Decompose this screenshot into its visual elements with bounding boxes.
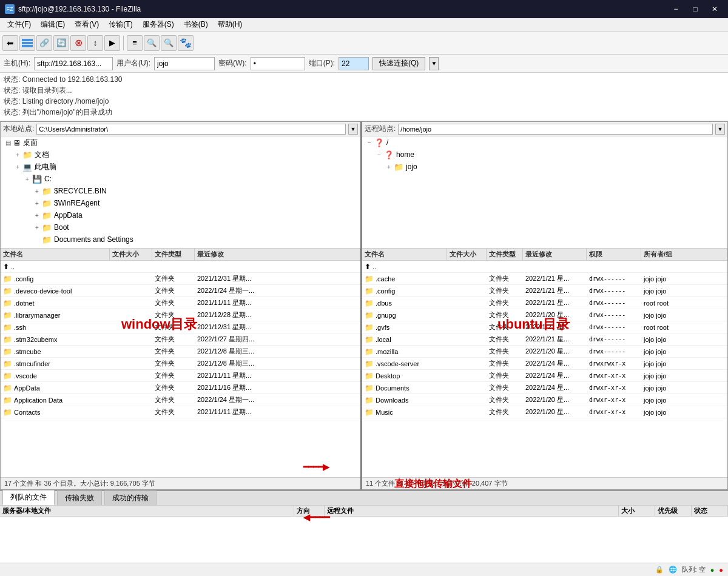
left-tree-item[interactable]: +💻此电脑 — [1, 161, 360, 173]
remote-col-modified[interactable]: 最近修改 — [523, 249, 587, 260]
remote-file-row[interactable]: 📁.dbus 文件夹 2022/1/21 星... drwx------ roo… — [362, 297, 727, 309]
toolbar-btn-7[interactable]: ▶ — [104, 35, 120, 51]
remote-tree: −❓/−❓home+📁jojo — [362, 136, 727, 249]
tree-toggle: + — [22, 176, 32, 183]
local-file-row[interactable]: 📁AppData 文件夹 2021/11/16 星期... — [1, 382, 360, 394]
local-file-row[interactable]: 📁.deveco-device-tool 文件夹 2022/1/24 星期一..… — [1, 285, 360, 297]
remote-file-row[interactable]: 📁Downloads 文件夹 2022/1/20 星... drwxr-xr-x… — [362, 394, 727, 406]
connect-dropdown[interactable]: ▼ — [429, 57, 439, 70]
remote-file-row[interactable]: 📁.cache 文件夹 2022/1/21 星... drwx------ jo… — [362, 273, 727, 285]
queue-tabs: 列队的文件传输失败成功的传输 — [0, 491, 728, 506]
maximize-button[interactable]: □ — [687, 3, 704, 15]
local-file-row[interactable]: 📁.ssh 文件夹 2021/12/31 星期... — [1, 321, 360, 333]
toolbar-btn-3[interactable]: 🔗 — [36, 35, 52, 51]
menu-menu-view[interactable]: 查看(V) — [70, 18, 104, 31]
remote-file-cell-type: 文件夹 — [487, 310, 523, 320]
remote-file-row[interactable]: 📁.gnupg 文件夹 2022/1/20 星... drwx------ jo… — [362, 309, 727, 321]
pass-input[interactable] — [251, 57, 305, 70]
tree-folder-icon: 📁 — [394, 162, 403, 172]
local-file-row[interactable]: 📁.stmcube 文件夹 2021/12/8 星期三... — [1, 346, 360, 358]
right-tree-item[interactable]: −❓/ — [362, 136, 727, 149]
local-file-row[interactable]: 📁.vscode 文件夹 2021/11/11 星期... — [1, 370, 360, 382]
toolbar-btn-10[interactable]: 🔍 — [161, 35, 177, 51]
remote-file-cell-name: 📁.dbus — [362, 299, 447, 307]
left-tree-item[interactable]: +💾C: — [1, 173, 360, 185]
toolbar-btn-4[interactable]: 🔄 — [53, 35, 69, 51]
remote-col-type[interactable]: 文件类型 — [487, 249, 523, 260]
remote-file-row[interactable]: ⬆.. — [362, 261, 727, 273]
menu-menu-transfer[interactable]: 传输(T) — [104, 18, 137, 31]
local-col-type[interactable]: 文件类型 — [152, 249, 195, 260]
local-file-row[interactable]: 📁Contacts 文件夹 2021/11/11 星期... — [1, 406, 360, 418]
left-tree-item[interactable]: +📁$RECYCLE.BIN — [1, 185, 360, 197]
menu-menu-bookmark[interactable]: 书签(B) — [179, 18, 213, 31]
toolbar-btn-9[interactable]: 🔍 — [144, 35, 160, 51]
queue-tab-列队的文件[interactable]: 列队的文件 — [2, 490, 55, 505]
right-tree-item[interactable]: −❓home — [362, 149, 727, 161]
remote-file-icon: 📁 — [365, 311, 374, 320]
local-file-row[interactable]: 📁.librarymanager 文件夹 2021/12/28 星期... — [1, 309, 360, 321]
queue-status-text: 队列: 空 — [682, 565, 706, 574]
local-file-row[interactable]: ⬆.. — [1, 261, 360, 273]
user-input[interactable] — [154, 57, 215, 70]
local-col-name[interactable]: 文件名 — [1, 249, 110, 260]
remote-file-row[interactable]: 📁.config 文件夹 2022/1/21 星... drwx------ j… — [362, 285, 727, 297]
left-tree-item[interactable]: +📁AppData — [1, 209, 360, 221]
toolbar-btn-2[interactable] — [19, 35, 35, 51]
dot-red: ● — [719, 566, 723, 574]
file-cell-modified: 2022/1/24 星期一... — [195, 286, 360, 295]
right-tree-item[interactable]: +📁jojo — [362, 161, 727, 173]
left-tree-item[interactable]: +📁$WinREAgent — [1, 197, 360, 209]
remote-col-owner[interactable]: 所有者/组 — [641, 249, 727, 260]
toolbar-btn-6[interactable]: ↕ — [87, 35, 103, 51]
menu-menu-file[interactable]: 文件(F) — [2, 18, 36, 31]
local-file-list[interactable]: ⬆.. 📁.config 文件夹 2021/12/31 星期... 📁.deve… — [1, 261, 360, 477]
toolbar-btn-11[interactable]: 🐾 — [178, 35, 194, 51]
left-tree-item[interactable]: ▤🖥桌面 — [1, 136, 360, 149]
menu-menu-help[interactable]: 帮助(H) — [213, 18, 248, 31]
remote-addr-input[interactable] — [398, 124, 713, 135]
remote-col-perms[interactable]: 权限 — [587, 249, 641, 260]
remote-file-row[interactable]: 📁.gvfs 文件夹 2022/1/21 星... drwx------ roo… — [362, 321, 727, 333]
toolbar-btn-1[interactable]: ⬅ — [2, 35, 18, 51]
menu-menu-server[interactable]: 服务器(S) — [138, 18, 179, 31]
local-file-row[interactable]: 📁.stmcufinder 文件夹 2021/12/8 星期三... — [1, 358, 360, 370]
local-file-row[interactable]: 📁.config 文件夹 2021/12/31 星期... — [1, 273, 360, 285]
local-col-modified[interactable]: 最近修改 — [195, 249, 360, 260]
remote-file-row[interactable]: 📁.vscode-server 文件夹 2022/1/24 星... drwxr… — [362, 358, 727, 370]
menu-menu-edit[interactable]: 编辑(E) — [36, 18, 70, 31]
queue-tab-传输失败[interactable]: 传输失败 — [57, 491, 102, 505]
local-file-row[interactable]: 📁Application Data 文件夹 2022/1/24 星期一... — [1, 394, 360, 406]
local-addr-dropdown[interactable]: ▼ — [348, 124, 358, 135]
remote-addr-dropdown[interactable]: ▼ — [715, 124, 725, 135]
queue-tab-成功的传输[interactable]: 成功的传输 — [104, 491, 157, 505]
remote-file-row[interactable]: 📁.local 文件夹 2022/1/21 星... drwx------ jo… — [362, 333, 727, 346]
remote-file-cell-modified: 2022/1/24 星... — [523, 383, 587, 392]
file-cell-modified: 2021/12/8 星期三... — [195, 359, 360, 368]
local-file-row[interactable]: 📁.dotnet 文件夹 2021/11/11 星期... — [1, 297, 360, 309]
toolbar-btn-8[interactable]: ≡ — [127, 35, 143, 51]
remote-file-row[interactable]: 📁Desktop 文件夹 2022/1/24 星... drwxr-xr-x j… — [362, 370, 727, 382]
remote-col-size[interactable]: 文件大小 — [447, 249, 487, 260]
remote-file-row[interactable]: 📁.mozilla 文件夹 2022/1/20 星... drwx------ … — [362, 346, 727, 358]
port-input[interactable] — [339, 57, 369, 70]
remote-file-row[interactable]: 📁Music 文件夹 2022/1/20 星... drwxr-xr-x joj… — [362, 406, 727, 418]
local-col-size[interactable]: 文件大小 — [110, 249, 152, 260]
tree-toggle: + — [32, 188, 42, 195]
remote-file-row[interactable]: 📁Documents 文件夹 2022/1/24 星... drwxr-xr-x… — [362, 382, 727, 394]
close-button[interactable]: ✕ — [706, 3, 723, 15]
left-tree-item[interactable]: 📁Documents and Settings — [1, 233, 360, 246]
left-tree-item[interactable]: +📁文档 — [1, 149, 360, 161]
connect-button[interactable]: 快速连接(Q) — [372, 57, 425, 70]
left-tree-item[interactable]: +📁Boot — [1, 221, 360, 233]
status-line: 状态: 列出"/home/jojo"的目录成功 — [4, 107, 724, 118]
host-input[interactable] — [34, 57, 113, 70]
remote-file-name-label: .mozilla — [376, 348, 398, 355]
remote-col-name[interactable]: 文件名 — [362, 249, 447, 260]
minimize-button[interactable]: − — [667, 3, 684, 15]
tree-toggle: − — [374, 152, 384, 158]
remote-file-list[interactable]: ⬆.. 📁.cache 文件夹 2022/1/21 星... drwx-----… — [362, 261, 727, 477]
toolbar-btn-5[interactable]: ⊗ — [70, 35, 86, 51]
local-addr-input[interactable] — [36, 124, 346, 135]
local-file-row[interactable]: 📁.stm32cubemx 文件夹 2022/1/27 星期四... — [1, 333, 360, 346]
